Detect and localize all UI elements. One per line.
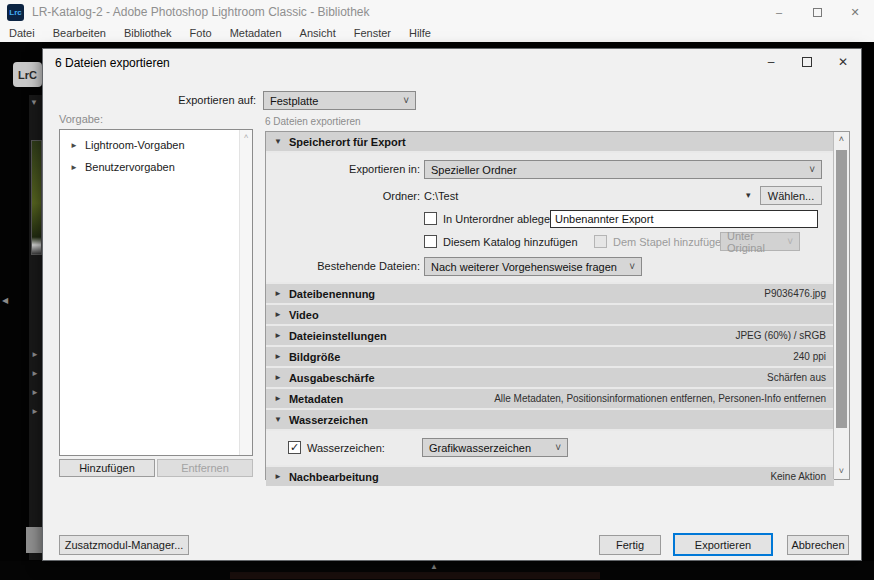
section-expanded-icon: ▼ bbox=[274, 415, 282, 424]
disclosure-triangle-icon[interactable]: ► bbox=[70, 141, 78, 150]
subfolder-label[interactable]: In Unterordner ablegen: bbox=[443, 213, 559, 225]
disclosure-triangle-icon[interactable]: ► bbox=[70, 163, 78, 172]
section-summary: Keine Aktion bbox=[770, 471, 826, 482]
folder-menu-caret-icon[interactable]: ▾ bbox=[746, 190, 751, 200]
menu-fenster[interactable]: Fenster bbox=[354, 27, 391, 39]
preset-scrollbar[interactable]: ˄ bbox=[239, 130, 252, 455]
scroll-down-icon[interactable]: ˅ bbox=[834, 464, 849, 479]
panel-expanded-icon: ▼ bbox=[30, 98, 38, 107]
existing-files-dropdown[interactable]: Nach weiterer Vorgehensweise fragen ˅ bbox=[424, 257, 642, 276]
export-button[interactable]: Exportieren bbox=[673, 533, 773, 556]
dialog-window-controls: – ✕ bbox=[753, 49, 861, 75]
watermark-dropdown[interactable]: Grafikwasserzeichen ˅ bbox=[422, 438, 568, 457]
filmstrip-reveal-icon[interactable]: ▲ bbox=[430, 562, 438, 571]
section-label: Bildgröße bbox=[289, 351, 340, 363]
menu-datei[interactable]: Datei bbox=[9, 27, 35, 39]
preset-item-label: Benutzervorgaben bbox=[85, 161, 175, 173]
section-collapsed-icon: ► bbox=[274, 394, 282, 403]
watermark-checkbox[interactable]: ✓ bbox=[288, 441, 301, 454]
add-to-catalog-label[interactable]: Diesem Katalog hinzufügen bbox=[443, 236, 578, 248]
menu-ansicht[interactable]: Ansicht bbox=[300, 27, 336, 39]
panel-collapsed-icon: ► bbox=[31, 369, 39, 378]
section-summary: Alle Metadaten, Positionsinformationen e… bbox=[494, 393, 826, 404]
section-collapsed-icon: ► bbox=[274, 331, 282, 340]
export-in-label: Exportieren in: bbox=[266, 163, 420, 175]
add-to-stack-label: Dem Stapel hinzufügen: bbox=[613, 236, 730, 248]
menu-bibliothek[interactable]: Bibliothek bbox=[124, 27, 172, 39]
maximize-icon[interactable] bbox=[798, 0, 836, 24]
lightroom-app-icon: Lrc bbox=[7, 4, 24, 21]
subfolder-name-input[interactable] bbox=[550, 210, 818, 228]
section-label: Wasserzeichen bbox=[289, 414, 368, 426]
dialog-minimize-icon[interactable]: – bbox=[753, 49, 789, 75]
section-collapsed-icon: ► bbox=[274, 310, 282, 319]
section-header-dateibenennung[interactable]: ► Dateibenennung P9036476.jpg bbox=[266, 284, 834, 303]
export-in-value: Spezieller Ordner bbox=[431, 164, 517, 176]
chevron-down-icon: ˅ bbox=[397, 95, 409, 106]
export-to-dropdown[interactable]: Festplatte ˅ bbox=[263, 91, 416, 110]
menu-metadaten[interactable]: Metadaten bbox=[230, 27, 282, 39]
section-header-nachbearbeitung[interactable]: ► Nachbearbeitung Keine Aktion bbox=[266, 467, 834, 486]
section-collapsed-icon: ► bbox=[274, 352, 282, 361]
maximize-box-icon bbox=[813, 8, 822, 17]
plugin-manager-button[interactable]: Zusatzmodul-Manager... bbox=[59, 535, 189, 555]
preset-label: Vorgabe: bbox=[59, 113, 103, 125]
section-header-ausgabeschaerfe[interactable]: ► Ausgabeschärfe Schärfen aus bbox=[266, 368, 834, 387]
section-header-dateieinstellungen[interactable]: ► Dateieinstellungen JPEG (60%) / sRGB bbox=[266, 326, 834, 345]
section-header-wasserzeichen[interactable]: ▼ Wasserzeichen bbox=[266, 410, 834, 429]
settings-panel-title: 6 Dateien exportieren bbox=[265, 116, 361, 127]
filmstrip-thumbnail bbox=[31, 140, 42, 255]
settings-sections: ▼ Speicherort für Export Exportieren in:… bbox=[266, 132, 834, 488]
export-in-dropdown[interactable]: Spezieller Ordner ˅ bbox=[424, 160, 822, 179]
preset-item-lightroom[interactable]: ► Lightroom-Vorgaben bbox=[70, 139, 185, 151]
section-summary: Schärfen aus bbox=[767, 372, 826, 383]
section-summary: P9036476.jpg bbox=[764, 288, 826, 299]
export-to-label: Exportieren auf: bbox=[121, 94, 256, 106]
watermark-label[interactable]: Wasserzeichen: bbox=[307, 442, 385, 454]
app-window-title: LR-Katalog-2 - Adobe Photoshop Lightroom… bbox=[32, 5, 370, 19]
minimize-icon[interactable]: – bbox=[760, 0, 798, 24]
add-preset-button[interactable]: Hinzufügen bbox=[59, 459, 155, 477]
panel-collapse-left-icon[interactable]: ◀ bbox=[2, 296, 8, 305]
scroll-up-icon[interactable]: ˄ bbox=[240, 130, 252, 141]
scroll-up-icon[interactable]: ˄ bbox=[834, 132, 849, 147]
app-titlebar: Lrc LR-Katalog-2 - Adobe Photoshop Light… bbox=[0, 0, 874, 24]
cancel-button[interactable]: Abbrechen bbox=[787, 535, 849, 555]
section-collapsed-icon: ► bbox=[274, 373, 282, 382]
close-icon[interactable]: ✕ bbox=[836, 0, 874, 24]
section-header-metadaten[interactable]: ► Metadaten Alle Metadaten, Positionsinf… bbox=[266, 389, 834, 408]
menu-hilfe[interactable]: Hilfe bbox=[409, 27, 431, 39]
section-expanded-icon: ▼ bbox=[274, 137, 282, 146]
add-to-catalog-checkbox[interactable] bbox=[424, 235, 437, 248]
menu-bearbeiten[interactable]: Bearbeiten bbox=[53, 27, 106, 39]
section-header-video[interactable]: ► Video bbox=[266, 305, 834, 324]
subfolder-checkbox[interactable] bbox=[424, 212, 437, 225]
screen: Lrc LR-Katalog-2 - Adobe Photoshop Light… bbox=[0, 0, 874, 580]
filmstrip-thumbnails bbox=[230, 572, 600, 579]
scrollbar-thumb[interactable] bbox=[836, 150, 847, 428]
section-label: Dateibenennung bbox=[289, 288, 375, 300]
section-header-speicherort[interactable]: ▼ Speicherort für Export bbox=[266, 132, 834, 151]
preset-item-user[interactable]: ► Benutzervorgaben bbox=[70, 161, 175, 173]
panel-collapsed-icon: ► bbox=[31, 388, 39, 397]
dialog-maximize-icon[interactable] bbox=[789, 49, 825, 75]
section-summary: JPEG (60%) / sRGB bbox=[735, 330, 826, 341]
section-label: Speicherort für Export bbox=[289, 136, 406, 148]
export-to-value: Festplatte bbox=[270, 95, 318, 107]
done-button[interactable]: Fertig bbox=[599, 535, 661, 555]
section-label: Dateieinstellungen bbox=[289, 330, 387, 342]
menu-foto[interactable]: Foto bbox=[190, 27, 212, 39]
section-header-bildgroesse[interactable]: ► Bildgröße 240 ppi bbox=[266, 347, 834, 366]
choose-folder-button[interactable]: Wählen... bbox=[760, 186, 822, 205]
existing-files-label: Bestehende Dateien: bbox=[266, 260, 420, 272]
remove-preset-button: Entfernen bbox=[157, 459, 253, 477]
section-summary: 240 ppi bbox=[793, 351, 826, 362]
section-label: Nachbearbeitung bbox=[289, 471, 379, 483]
settings-panel: ▼ Speicherort für Export Exportieren in:… bbox=[265, 131, 850, 480]
dialog-title: 6 Dateien exportieren bbox=[55, 56, 170, 70]
app-window-controls: – ✕ bbox=[760, 0, 874, 24]
dialog-close-icon[interactable]: ✕ bbox=[825, 49, 861, 75]
folder-path-value: C:\Test bbox=[424, 190, 458, 202]
settings-scrollbar[interactable]: ˄ ˅ bbox=[833, 132, 849, 479]
add-to-stack-checkbox bbox=[594, 235, 607, 248]
